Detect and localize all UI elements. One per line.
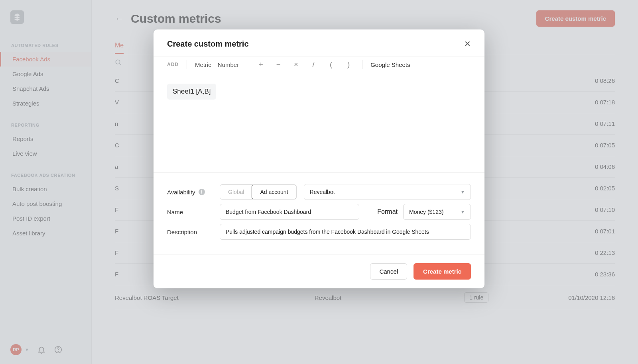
ad-account-select[interactable]: Revealbot ▼ bbox=[304, 184, 471, 200]
operator-multiply[interactable]: × bbox=[290, 60, 301, 69]
chevron-down-icon: ▼ bbox=[461, 209, 465, 214]
description-input[interactable] bbox=[220, 224, 471, 240]
description-label: Description bbox=[167, 229, 220, 235]
insert-number-link[interactable]: Number bbox=[218, 61, 239, 68]
formula-chip-sheet-ref[interactable]: Sheet1 [A,B] bbox=[167, 84, 216, 100]
modal-title: Create custom metric bbox=[167, 39, 249, 49]
info-icon[interactable]: i bbox=[199, 189, 205, 195]
availability-ad-account[interactable]: Ad account bbox=[252, 184, 296, 200]
insert-metric-link[interactable]: Metric bbox=[195, 61, 211, 68]
operator-plus[interactable]: + bbox=[255, 60, 266, 69]
create-custom-metric-modal: Create custom metric ✕ ADD Metric Number… bbox=[154, 29, 484, 288]
formula-editor[interactable]: Sheet1 [A,B] bbox=[154, 73, 484, 173]
toolbar-add-label: ADD bbox=[167, 62, 179, 67]
chevron-down-icon: ▼ bbox=[461, 190, 465, 194]
operator-close-paren[interactable]: ) bbox=[343, 60, 354, 69]
close-icon[interactable]: ✕ bbox=[464, 39, 471, 49]
operator-minus[interactable]: − bbox=[273, 60, 284, 69]
create-metric-button[interactable]: Create metric bbox=[414, 263, 471, 280]
modal-overlay: Create custom metric ✕ ADD Metric Number… bbox=[0, 0, 638, 364]
cancel-button[interactable]: Cancel bbox=[370, 263, 407, 280]
availability-label: Availability i bbox=[167, 189, 220, 196]
formula-toolbar: ADD Metric Number + − × / ( ) Google She… bbox=[154, 57, 484, 73]
availability-toggle[interactable]: Global Ad account bbox=[220, 184, 297, 200]
format-select[interactable]: Money ($123) ▼ bbox=[403, 204, 471, 220]
operator-open-paren[interactable]: ( bbox=[325, 60, 337, 69]
name-label: Name bbox=[167, 209, 220, 215]
availability-global[interactable]: Global bbox=[220, 185, 252, 199]
metric-name-input[interactable] bbox=[220, 204, 359, 220]
format-label: Format bbox=[377, 208, 398, 215]
operator-divide[interactable]: / bbox=[308, 60, 319, 69]
google-sheets-link[interactable]: Google Sheets bbox=[370, 61, 410, 68]
